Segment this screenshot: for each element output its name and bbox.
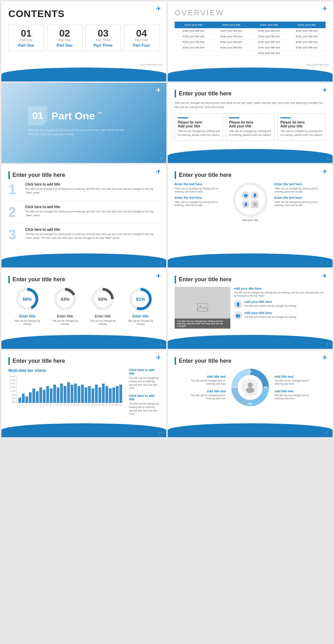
bar: [64, 386, 66, 403]
img-text-layout: The title can be changed by clicking and…: [175, 287, 326, 329]
contents-items: 01 Part One Part One 02 Part Two Part Tw…: [8, 25, 159, 51]
wave-s5: [1, 253, 166, 267]
svg-text:01: 01: [248, 370, 252, 373]
donut-item-3: 50% Enter title Title can be changed by …: [89, 287, 117, 325]
overview-cell: Enter your title text: [213, 39, 250, 45]
numbered-item-3: 3 Click here to add title The title can …: [8, 228, 159, 246]
bar: [78, 386, 80, 403]
slide-6-title-accent: [175, 171, 176, 179]
wave-s9: [1, 423, 166, 437]
icon-layout: Enter the text here Titles can be change…: [175, 182, 326, 222]
bar-chart-title: Multi-data bar charts: [8, 368, 124, 372]
icon-left-title-2: Enter the text here: [175, 196, 226, 199]
slide-10-title-accent: [175, 357, 176, 365]
logo-icon-s5: ✈: [156, 168, 161, 175]
img-caption: The title can be changed by clicking and…: [175, 319, 230, 329]
icon-right-2: Enter the text here Titles can be change…: [275, 196, 326, 207]
bar-label: 31: [119, 404, 122, 406]
contents-label-2: Part Two: [50, 43, 80, 47]
side-item-content-2: Add your title here The title and conten…: [244, 300, 296, 307]
img-icon: [196, 301, 209, 315]
col-card-text-3: Title can be changed by clicking and re-…: [280, 129, 323, 137]
bar: [95, 385, 98, 403]
overview-header-3: Enter your title: [250, 22, 288, 28]
svg-text:81%: 81%: [136, 297, 145, 302]
chart-item-title-2: Click here to add title: [129, 394, 159, 401]
bar-label: 11: [49, 404, 52, 406]
wave-s7: [1, 335, 166, 349]
numbered-content-1: Click here to add title The title can be…: [22, 182, 159, 195]
bar-label: 6: [32, 404, 35, 406]
side-item-text-3: The title and content can be changed by …: [244, 315, 296, 319]
overview-cell: Enter your title text: [250, 50, 288, 56]
bar: [67, 382, 70, 403]
bar: [92, 388, 94, 403]
donut-desc-2: Title can be changed by clicking: [51, 319, 79, 325]
overview-cell: Enter your title text: [250, 28, 288, 34]
bar-label: 27: [105, 404, 108, 406]
img-placeholder: The title can be changed by clicking and…: [175, 287, 230, 329]
page-num-s3: 4: [160, 157, 162, 160]
icon-left-col: Enter the text here Titles can be change…: [175, 182, 226, 222]
slide-7-donuts: ✈ Enter your title here 68% Enter title …: [1, 269, 166, 349]
bar: [43, 390, 46, 403]
donut-label-2: Enter title: [51, 314, 79, 318]
overview-cell: Enter your title text: [288, 45, 326, 50]
circ-entry-title-tl: Add title text: [184, 375, 226, 378]
overview-cell: [175, 50, 213, 56]
col-card-1: Please be hereAdd your title Title can b…: [175, 113, 223, 141]
bar-label: 13: [56, 404, 59, 406]
center-label: Add your title: [242, 219, 259, 222]
donut-svg-1: 68%: [15, 287, 39, 311]
donut-item-2: 43% Enter title Title can be changed by …: [51, 287, 79, 325]
bar: [116, 386, 119, 403]
bar: [105, 386, 108, 403]
numbered-text-1: The title can be changed by clicking and…: [25, 187, 159, 195]
numbered-text-3: The title can be changed by clicking and…: [25, 233, 159, 240]
chart-item-2: Click here to add title The title can be…: [129, 394, 159, 416]
y-label: 3,001: [10, 383, 15, 385]
part-name: Part One: [51, 110, 95, 122]
col-card-accent-1: [178, 117, 188, 118]
bar: [81, 385, 84, 403]
page-num-s10: 11: [325, 431, 328, 434]
center-icons-top: 👥 👤: [242, 191, 259, 199]
contents-label-3: Part Three: [88, 43, 118, 47]
center-icon-1: 👥: [242, 191, 249, 199]
svg-text:50%: 50%: [98, 297, 107, 302]
big-num-1: 1: [8, 182, 22, 196]
logo-icon-s3: ✈: [156, 86, 161, 94]
bar-label: 7: [35, 404, 38, 406]
bar: [46, 386, 49, 403]
slide-10-title-bar: Enter your title here: [175, 357, 326, 365]
circ-entry-title-bl: Add title text: [184, 390, 226, 393]
svg-text:02: 02: [264, 386, 268, 389]
overview-cell: Enter your title text: [288, 28, 326, 34]
big-num-3: 3: [8, 228, 22, 242]
bar-label: 29: [112, 404, 115, 406]
y-labels: 3,445 3,400 3,001 2,085 1,200 840 680 20…: [10, 375, 15, 403]
slide-5-title: Enter your title here: [13, 172, 65, 178]
page-num-s6: 7: [327, 261, 328, 265]
overview-cell: Enter your title text: [213, 45, 250, 50]
col-card-accent-2: [229, 117, 239, 118]
slide-5-title-bar: Enter your title here: [8, 171, 159, 179]
logo-icon-s4: ✈: [322, 86, 327, 94]
icon-left-2: Enter the text here Titles can be change…: [175, 196, 226, 207]
bar-chart-wrap: Multi-data bar charts 3,445 3,400 3,001 …: [8, 368, 124, 407]
part-desc: Title can be changed by clicking and new…: [28, 128, 126, 136]
chart-right: Click here to add title The title can be…: [129, 368, 159, 420]
donut-item-4: 81% Enter title Title can be changed by …: [127, 287, 154, 325]
overview-cell: Enter your title text: [213, 28, 250, 34]
donut-svg-3: 50%: [90, 287, 115, 311]
circ-left: Add title text The title can be changed …: [184, 375, 226, 400]
bar-labels: 3 3 4 5 6 7 8 9 10 11 12 13 14: [16, 404, 124, 406]
bar: [39, 387, 42, 403]
bar-chart-container: 3 3 4 5 6 7 8 9 10 11 12 13 14: [16, 375, 124, 406]
slide-10-circular: ✈ Enter your title here Add title text T…: [168, 350, 333, 437]
contents-sub-3: Part Three: [88, 38, 118, 42]
overview-cell: Enter your title text: [175, 39, 213, 45]
contents-title: CONTENTS: [8, 8, 159, 19]
bar-label: 18: [74, 404, 77, 406]
slide-4-title: Enter your title here: [179, 91, 231, 97]
